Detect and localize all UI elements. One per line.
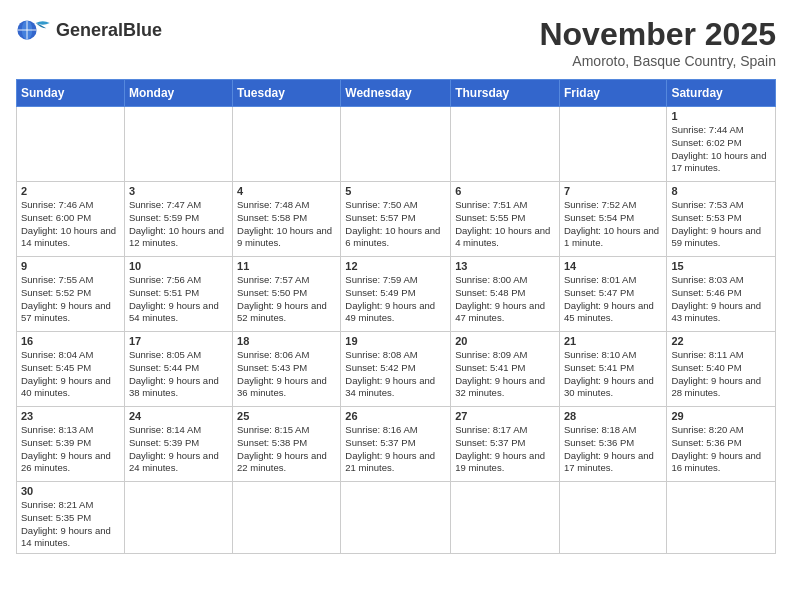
calendar-cell: 18Sunrise: 8:06 AM Sunset: 5:43 PM Dayli… xyxy=(233,332,341,407)
day-number: 22 xyxy=(671,335,771,347)
calendar-cell xyxy=(124,482,232,554)
calendar-cell xyxy=(124,107,232,182)
day-info: Sunrise: 7:59 AM Sunset: 5:49 PM Dayligh… xyxy=(345,274,446,325)
day-info: Sunrise: 7:50 AM Sunset: 5:57 PM Dayligh… xyxy=(345,199,446,250)
calendar-week-6: 30Sunrise: 8:21 AM Sunset: 5:35 PM Dayli… xyxy=(17,482,776,554)
day-info: Sunrise: 7:48 AM Sunset: 5:58 PM Dayligh… xyxy=(237,199,336,250)
calendar-week-5: 23Sunrise: 8:13 AM Sunset: 5:39 PM Dayli… xyxy=(17,407,776,482)
calendar-week-1: 1Sunrise: 7:44 AM Sunset: 6:02 PM Daylig… xyxy=(17,107,776,182)
day-info: Sunrise: 8:15 AM Sunset: 5:38 PM Dayligh… xyxy=(237,424,336,475)
calendar-cell xyxy=(17,107,125,182)
day-info: Sunrise: 7:47 AM Sunset: 5:59 PM Dayligh… xyxy=(129,199,228,250)
day-info: Sunrise: 8:04 AM Sunset: 5:45 PM Dayligh… xyxy=(21,349,120,400)
weekday-header-tuesday: Tuesday xyxy=(233,80,341,107)
calendar-cell xyxy=(341,482,451,554)
calendar-cell: 2Sunrise: 7:46 AM Sunset: 6:00 PM Daylig… xyxy=(17,182,125,257)
calendar-cell xyxy=(341,107,451,182)
day-info: Sunrise: 8:17 AM Sunset: 5:37 PM Dayligh… xyxy=(455,424,555,475)
day-number: 14 xyxy=(564,260,662,272)
page-header: GeneralBlue November 2025 Amoroto, Basqu… xyxy=(16,16,776,69)
day-info: Sunrise: 8:16 AM Sunset: 5:37 PM Dayligh… xyxy=(345,424,446,475)
day-info: Sunrise: 8:06 AM Sunset: 5:43 PM Dayligh… xyxy=(237,349,336,400)
day-info: Sunrise: 8:18 AM Sunset: 5:36 PM Dayligh… xyxy=(564,424,662,475)
day-number: 28 xyxy=(564,410,662,422)
weekday-header-row: SundayMondayTuesdayWednesdayThursdayFrid… xyxy=(17,80,776,107)
day-info: Sunrise: 8:09 AM Sunset: 5:41 PM Dayligh… xyxy=(455,349,555,400)
title-area: November 2025 Amoroto, Basque Country, S… xyxy=(539,16,776,69)
calendar-cell: 16Sunrise: 8:04 AM Sunset: 5:45 PM Dayli… xyxy=(17,332,125,407)
day-info: Sunrise: 8:21 AM Sunset: 5:35 PM Dayligh… xyxy=(21,499,120,550)
calendar-cell xyxy=(667,482,776,554)
day-number: 12 xyxy=(345,260,446,272)
calendar-cell: 8Sunrise: 7:53 AM Sunset: 5:53 PM Daylig… xyxy=(667,182,776,257)
weekday-header-sunday: Sunday xyxy=(17,80,125,107)
day-number: 4 xyxy=(237,185,336,197)
calendar-cell: 5Sunrise: 7:50 AM Sunset: 5:57 PM Daylig… xyxy=(341,182,451,257)
day-info: Sunrise: 7:44 AM Sunset: 6:02 PM Dayligh… xyxy=(671,124,771,175)
location: Amoroto, Basque Country, Spain xyxy=(539,53,776,69)
day-number: 25 xyxy=(237,410,336,422)
logo-text-normal: General xyxy=(56,20,123,40)
calendar-cell: 11Sunrise: 7:57 AM Sunset: 5:50 PM Dayli… xyxy=(233,257,341,332)
calendar-cell: 15Sunrise: 8:03 AM Sunset: 5:46 PM Dayli… xyxy=(667,257,776,332)
calendar-cell: 30Sunrise: 8:21 AM Sunset: 5:35 PM Dayli… xyxy=(17,482,125,554)
calendar-cell xyxy=(559,107,666,182)
calendar-cell xyxy=(451,107,560,182)
day-info: Sunrise: 8:13 AM Sunset: 5:39 PM Dayligh… xyxy=(21,424,120,475)
day-info: Sunrise: 7:52 AM Sunset: 5:54 PM Dayligh… xyxy=(564,199,662,250)
logo-text-bold: Blue xyxy=(123,20,162,40)
calendar-cell: 6Sunrise: 7:51 AM Sunset: 5:55 PM Daylig… xyxy=(451,182,560,257)
day-number: 1 xyxy=(671,110,771,122)
day-info: Sunrise: 7:57 AM Sunset: 5:50 PM Dayligh… xyxy=(237,274,336,325)
day-number: 6 xyxy=(455,185,555,197)
calendar-cell: 7Sunrise: 7:52 AM Sunset: 5:54 PM Daylig… xyxy=(559,182,666,257)
calendar-cell: 10Sunrise: 7:56 AM Sunset: 5:51 PM Dayli… xyxy=(124,257,232,332)
day-number: 8 xyxy=(671,185,771,197)
calendar-table: SundayMondayTuesdayWednesdayThursdayFrid… xyxy=(16,79,776,554)
calendar-cell: 14Sunrise: 8:01 AM Sunset: 5:47 PM Dayli… xyxy=(559,257,666,332)
day-number: 3 xyxy=(129,185,228,197)
day-info: Sunrise: 7:55 AM Sunset: 5:52 PM Dayligh… xyxy=(21,274,120,325)
calendar-cell xyxy=(233,107,341,182)
day-info: Sunrise: 8:00 AM Sunset: 5:48 PM Dayligh… xyxy=(455,274,555,325)
day-info: Sunrise: 8:14 AM Sunset: 5:39 PM Dayligh… xyxy=(129,424,228,475)
calendar-week-4: 16Sunrise: 8:04 AM Sunset: 5:45 PM Dayli… xyxy=(17,332,776,407)
calendar-cell: 25Sunrise: 8:15 AM Sunset: 5:38 PM Dayli… xyxy=(233,407,341,482)
calendar-cell: 1Sunrise: 7:44 AM Sunset: 6:02 PM Daylig… xyxy=(667,107,776,182)
calendar-cell: 17Sunrise: 8:05 AM Sunset: 5:44 PM Dayli… xyxy=(124,332,232,407)
day-number: 21 xyxy=(564,335,662,347)
day-info: Sunrise: 8:10 AM Sunset: 5:41 PM Dayligh… xyxy=(564,349,662,400)
day-number: 18 xyxy=(237,335,336,347)
logo: GeneralBlue xyxy=(16,16,162,44)
calendar-cell: 4Sunrise: 7:48 AM Sunset: 5:58 PM Daylig… xyxy=(233,182,341,257)
day-number: 24 xyxy=(129,410,228,422)
day-info: Sunrise: 7:46 AM Sunset: 6:00 PM Dayligh… xyxy=(21,199,120,250)
logo-text: GeneralBlue xyxy=(56,20,162,41)
day-number: 16 xyxy=(21,335,120,347)
day-number: 15 xyxy=(671,260,771,272)
day-number: 30 xyxy=(21,485,120,497)
calendar-cell: 9Sunrise: 7:55 AM Sunset: 5:52 PM Daylig… xyxy=(17,257,125,332)
day-number: 29 xyxy=(671,410,771,422)
calendar-cell: 23Sunrise: 8:13 AM Sunset: 5:39 PM Dayli… xyxy=(17,407,125,482)
calendar-week-3: 9Sunrise: 7:55 AM Sunset: 5:52 PM Daylig… xyxy=(17,257,776,332)
calendar-week-2: 2Sunrise: 7:46 AM Sunset: 6:00 PM Daylig… xyxy=(17,182,776,257)
calendar-cell xyxy=(451,482,560,554)
day-number: 11 xyxy=(237,260,336,272)
day-number: 19 xyxy=(345,335,446,347)
weekday-header-saturday: Saturday xyxy=(667,80,776,107)
weekday-header-thursday: Thursday xyxy=(451,80,560,107)
calendar-cell xyxy=(559,482,666,554)
weekday-header-friday: Friday xyxy=(559,80,666,107)
day-number: 23 xyxy=(21,410,120,422)
calendar-cell: 12Sunrise: 7:59 AM Sunset: 5:49 PM Dayli… xyxy=(341,257,451,332)
calendar-cell: 20Sunrise: 8:09 AM Sunset: 5:41 PM Dayli… xyxy=(451,332,560,407)
day-info: Sunrise: 7:51 AM Sunset: 5:55 PM Dayligh… xyxy=(455,199,555,250)
calendar-cell xyxy=(233,482,341,554)
day-number: 10 xyxy=(129,260,228,272)
day-number: 2 xyxy=(21,185,120,197)
calendar-cell: 22Sunrise: 8:11 AM Sunset: 5:40 PM Dayli… xyxy=(667,332,776,407)
day-info: Sunrise: 7:56 AM Sunset: 5:51 PM Dayligh… xyxy=(129,274,228,325)
day-number: 9 xyxy=(21,260,120,272)
day-info: Sunrise: 8:01 AM Sunset: 5:47 PM Dayligh… xyxy=(564,274,662,325)
